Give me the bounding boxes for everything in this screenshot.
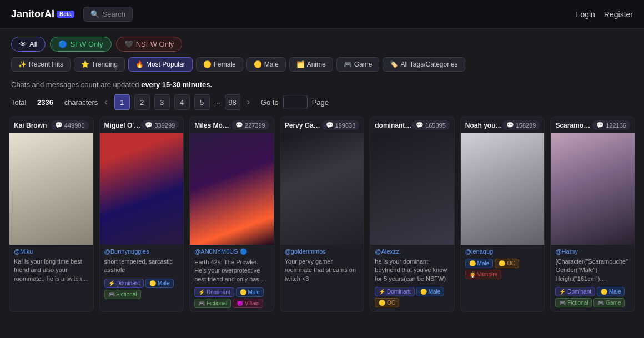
filter-all[interactable]: 👁 All	[11, 37, 46, 52]
tag-recent-hits[interactable]: ✨ Recent Hits	[11, 57, 71, 72]
search-bar[interactable]: 🔍 Search	[83, 7, 133, 22]
character-card[interactable]: Miles Morales 💬227399 @AN0NYM0US 🔵 Earth…	[189, 117, 274, 312]
tag-item: ⚡ Dominant	[104, 279, 144, 288]
card-body: @Alexzz. he is your dominant boyfriend t…	[370, 245, 454, 311]
logo-beta: Beta	[57, 11, 74, 18]
page-2-button[interactable]: 2	[134, 94, 150, 110]
header: JanitorAIBeta 🔍 Search Login Register	[0, 0, 644, 29]
card-name: Scaramouche	[555, 122, 592, 129]
filter-all-label: All	[29, 40, 37, 48]
tag-item: 🟡 OC	[495, 259, 519, 268]
character-card[interactable]: Scaramouche 💬122136 @Harny [Character("S…	[550, 117, 635, 312]
card-tags: ⚡ Dominant🟡 Male🎮 Fictional😈 Villain	[194, 287, 269, 308]
card-author: @Alexzz.	[375, 248, 450, 255]
search-icon: 🔍	[90, 10, 99, 18]
notice-bar: Chats and messages count are updated eve…	[0, 77, 644, 94]
card-image	[9, 133, 93, 245]
card-desc: Your pervy gamer roommate that streams o…	[285, 258, 360, 283]
card-header: Noah your roommate 💬158289	[461, 117, 545, 133]
page-3-button[interactable]: 3	[154, 94, 170, 110]
star-icon: ⭐	[81, 60, 89, 68]
character-card[interactable]: Miguel O'Hara 💬339299 @Bunnynuggies shor…	[99, 117, 184, 312]
tag-female[interactable]: 🟡 Female	[196, 57, 243, 72]
character-card[interactable]: dominant boyfriend(A... 💬165095 @Alexzz.…	[370, 117, 455, 312]
nsfw-icon: 🖤	[124, 40, 133, 48]
tag-male[interactable]: 🟡 Male	[246, 57, 286, 72]
header-left: JanitorAIBeta 🔍 Search	[11, 7, 133, 22]
card-tags: 🟡 Male🟡 OC🧛 Vampire	[465, 259, 540, 279]
card-body: @goldenmmos Your pervy gamer roommate th…	[280, 245, 364, 311]
chat-count-badge: 💬339299	[141, 120, 179, 130]
filters-section: 👁 All 🔵 SFW Only 🖤 NSFW Only ✨ Recent Hi…	[0, 29, 644, 72]
tag-item: 🟡 Male	[465, 259, 493, 268]
filter-nsfw[interactable]: 🖤 NSFW Only	[116, 37, 183, 52]
tag-all-label: All Tags/Categories	[400, 60, 457, 68]
card-author: @Bunnynuggies	[104, 248, 179, 255]
page-1-button[interactable]: 1	[114, 94, 130, 110]
page-4-button[interactable]: 4	[174, 94, 190, 110]
header-right: Login Register	[576, 10, 633, 19]
page-ellipsis: ···	[214, 98, 220, 107]
card-desc: [Character("Scaramouche" Gender("Male") …	[555, 258, 630, 283]
tag-anime[interactable]: 🗂️ Anime	[289, 57, 333, 72]
tag-item: 🎮 Fictional	[194, 299, 231, 308]
login-link[interactable]: Login	[576, 10, 595, 19]
tag-item: ⚡ Dominant	[555, 287, 595, 296]
card-image	[370, 133, 454, 245]
chat-bubble-icon: 💬	[145, 122, 153, 129]
sfw-icon: 🔵	[58, 40, 67, 48]
card-body: @Miku Kai is your long time best friend …	[9, 245, 93, 311]
chat-count-badge: 💬165095	[412, 120, 450, 130]
tag-male-label: Male	[264, 60, 279, 68]
character-card[interactable]: Pervy Gamer 💬199633 @goldenmmos Your per…	[280, 117, 365, 312]
page-label: Page	[312, 98, 329, 107]
chat-bubble-icon: 💬	[55, 122, 63, 129]
card-name: Miles Morales	[194, 122, 232, 129]
card-author: @AN0NYM0US 🔵	[194, 248, 269, 255]
card-tags: ⚡ Dominant🟡 Male🟡 OC	[375, 287, 450, 307]
logo-text: JanitorAI	[11, 8, 54, 20]
card-author: @Harny	[555, 248, 630, 255]
character-card[interactable]: Noah your roommate 💬158289 @lenaqug 🟡 Ma…	[460, 117, 545, 312]
cards-grid: Kai Brown 💬449900 @Miku Kai is your long…	[0, 117, 644, 321]
page-98-button[interactable]: 98	[225, 94, 240, 110]
card-header: Miles Morales 💬227399	[190, 117, 274, 133]
card-image	[551, 133, 635, 245]
tag-most-popular-label: Most Popular	[146, 60, 185, 68]
tag-game[interactable]: 🎮 Game	[336, 57, 380, 72]
card-name: Noah your roommate	[465, 122, 502, 129]
card-desc: Kai is your long time best friend and al…	[14, 258, 89, 283]
card-desc: he is your dominant boyfriend that you'v…	[375, 258, 450, 283]
goto-label: Go to	[261, 98, 279, 107]
tag-trending[interactable]: ⭐ Trending	[74, 57, 125, 72]
register-link[interactable]: Register	[604, 10, 633, 19]
chat-count-badge: 💬227399	[232, 120, 269, 130]
sparkle-icon: ✨	[18, 60, 27, 68]
total-unit: characters	[64, 98, 98, 107]
chat-bubble-icon: 💬	[326, 122, 334, 129]
notice-prefix: Chats and messages count are updated	[11, 80, 141, 89]
tag-most-popular[interactable]: 🔥 Most Popular	[128, 57, 193, 72]
chat-bubble-icon: 💬	[235, 122, 243, 129]
tag-item: 😈 Villain	[233, 299, 263, 308]
game-controller-icon: 🎮	[344, 60, 352, 68]
card-body: @AN0NYM0US 🔵 Earth 42s: The Prowler. He'…	[190, 245, 274, 311]
goto-input[interactable]	[283, 95, 308, 109]
card-author: @goldenmmos	[285, 248, 360, 255]
next-page-button[interactable]: ›	[245, 97, 252, 107]
tag-item: ⚡ Dominant	[194, 287, 234, 297]
prev-page-button[interactable]: ‹	[102, 97, 109, 107]
tag-all-categories[interactable]: 🏷️ All Tags/Categories	[383, 57, 465, 72]
filter-sfw[interactable]: 🔵 SFW Only	[50, 37, 111, 52]
female-icon: 🟡	[203, 60, 212, 68]
character-card[interactable]: Kai Brown 💬449900 @Miku Kai is your long…	[9, 117, 94, 312]
card-body: @Harny [Character("Scaramouche" Gender("…	[551, 245, 635, 311]
tag-icon: 🏷️	[390, 60, 398, 68]
eye-icon: 👁	[19, 40, 27, 48]
male-icon: 🟡	[254, 60, 262, 68]
tag-item: 🎮 Fictional	[555, 298, 592, 307]
card-tags: ⚡ Dominant🟡 Male🎮 Fictional🎮 Game	[555, 287, 630, 307]
tag-item: ⚡ Dominant	[375, 287, 415, 296]
page-5-button[interactable]: 5	[194, 94, 210, 110]
card-author: @Miku	[14, 248, 89, 255]
